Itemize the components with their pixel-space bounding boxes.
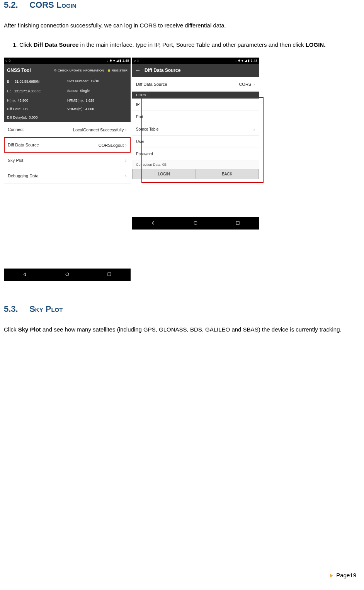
back-icon[interactable] (22, 271, 28, 278)
back-icon[interactable] (150, 220, 156, 227)
clock: 1:48 (250, 59, 257, 63)
bold-text: LOGIN. (306, 41, 326, 48)
location-icon: ⬩ (235, 59, 237, 63)
label: VRMS(m): (67, 107, 83, 111)
bold-text: Diff Data Source (34, 41, 79, 48)
label: L： (7, 89, 12, 93)
chevron-right-icon: › (253, 82, 255, 87)
value: 12/18 (90, 79, 99, 83)
bluetooth-icon: ✱ (238, 59, 241, 63)
battery-icon: ▮ (248, 59, 250, 63)
label: Source Table (136, 127, 158, 131)
label: Diff Data Source (8, 143, 39, 147)
status-right: ⬩ ✱ ▾ ◢ ▮ 1:48 (107, 59, 129, 63)
debugging-data-row[interactable]: Debugging Data › (4, 168, 131, 184)
connect-row[interactable]: Connect LocalConnect Successfully › (4, 122, 131, 137)
value: 1.628 (86, 99, 95, 102)
heading-number: 5.3. (4, 304, 27, 314)
label: H(m): (7, 99, 16, 102)
value: Single (80, 89, 90, 93)
label: Debugging Data (8, 173, 39, 178)
wifi-icon: ▾ (113, 59, 115, 63)
clock: 1:48 (122, 59, 129, 63)
app-bar: GNSS Tool ⟳ CHECK UPDATE INFORMATION 🔒 R… (4, 64, 131, 77)
home-icon[interactable] (192, 220, 199, 227)
text: Click (19, 41, 34, 48)
section-5-2-heading: 5.2. CORS Login (4, 0, 360, 10)
diff-data-source-row[interactable]: Diff Data Source CORSLogout › (4, 137, 131, 153)
android-status-bar: ○ ♤ ⬩ ✱ ▾ ◢ ▮ 1:48 (132, 58, 259, 64)
page-number: Page19 (336, 572, 356, 578)
empty-area (132, 179, 259, 217)
chevron-right-icon: › (125, 142, 127, 148)
label: Diff Data Source (136, 82, 167, 87)
label: Sky Plot (8, 158, 23, 163)
label: Connect (8, 127, 24, 132)
recent-icon[interactable] (106, 271, 112, 278)
app-title: GNSS Tool (7, 68, 31, 73)
recent-icon[interactable] (235, 220, 241, 227)
info-block: B： 31:09:58.6950N SV's Number: 12/18 L： … (4, 77, 131, 122)
value: CORSLogout (99, 143, 124, 148)
svg-rect-1 (108, 273, 111, 276)
notification-icon: ○ (134, 59, 136, 63)
lock-icon: 🔒 (107, 69, 111, 72)
phone-screenshot-1: ○ ♤ ⬩ ✱ ▾ ◢ ▮ 1:48 GNSS Tool ⟳ CHECK UPD… (4, 58, 131, 281)
sky-plot-row[interactable]: Sky Plot › (4, 153, 131, 168)
app-bar: ← Diff Data Source (132, 64, 259, 77)
value: 31:09:58.6950N (15, 80, 39, 83)
notification-icon: ○ (5, 59, 7, 63)
label: Password (136, 152, 153, 156)
back-button[interactable]: BACK (196, 169, 259, 179)
password-input[interactable]: Password (132, 148, 259, 160)
value: CORS (239, 82, 251, 87)
value: 45.900 (18, 99, 29, 102)
bluetooth-icon: ✱ (109, 59, 112, 63)
diff-data-source-selector[interactable]: Diff Data Source CORS › (132, 77, 259, 92)
bold-text: Sky Plot (18, 326, 41, 333)
port-input[interactable]: Port (132, 111, 259, 123)
label: SV's Number: (67, 79, 88, 83)
signal-icon: ◢ (116, 59, 119, 63)
svg-rect-3 (236, 221, 239, 224)
chevron-right-icon: › (125, 173, 127, 179)
text: in the main interface, type in IP, Port,… (78, 41, 305, 48)
check-update-button[interactable]: ⟳ CHECK UPDATE INFORMATION (54, 69, 104, 72)
value: LocalConnect Successfully (73, 128, 124, 132)
button-row: LOGIN BACK (132, 169, 259, 179)
register-button[interactable]: 🔒 REGISTER (107, 69, 128, 72)
chevron-right-icon: › (253, 126, 255, 133)
label: HRMS(m): (67, 99, 84, 102)
android-nav-bar (4, 269, 131, 281)
refresh-icon: ⟳ (54, 69, 57, 72)
label: Port (136, 115, 143, 119)
svg-point-0 (66, 273, 69, 276)
label: Diff Data: (7, 107, 21, 111)
steps-list: Click Diff Data Source in the main inter… (4, 39, 360, 50)
heading-text: CORS Login (29, 0, 76, 10)
user-input[interactable]: User (132, 136, 259, 148)
ip-input[interactable]: IP (132, 99, 259, 111)
page-footer: Page19 (329, 572, 356, 578)
back-arrow-icon[interactable]: ← (135, 67, 141, 73)
location-icon: ⬩ (107, 59, 109, 63)
notification-icon: ♤ (136, 59, 139, 63)
arrow-icon (329, 573, 334, 578)
signal-icon: ◢ (244, 59, 247, 63)
section-5-3-heading: 5.3. Sky Plot (4, 304, 360, 314)
svg-point-2 (194, 221, 197, 224)
status-left: ○ ♤ (5, 59, 11, 63)
battery-icon: ▮ (119, 59, 121, 63)
value: 0B (23, 107, 27, 111)
phone-screenshot-2: ○ ♤ ⬩ ✱ ▾ ◢ ▮ 1:48 ← Diff Data Source Di… (132, 58, 259, 230)
source-table-selector[interactable]: Source Table› (132, 123, 259, 136)
label: CHECK UPDATE INFORMATION (58, 69, 104, 72)
notification-icon: ♤ (8, 59, 11, 63)
login-button[interactable]: LOGIN (133, 169, 196, 179)
app-title: Diff Data Source (145, 68, 180, 73)
text: Click (4, 326, 18, 333)
home-icon[interactable] (64, 271, 70, 278)
menu-list: Connect LocalConnect Successfully › Diff… (4, 122, 131, 184)
text: and see how many satellites (including G… (41, 326, 342, 333)
screenshots-row: ○ ♤ ⬩ ✱ ▾ ◢ ▮ 1:48 GNSS Tool ⟳ CHECK UPD… (4, 58, 360, 281)
